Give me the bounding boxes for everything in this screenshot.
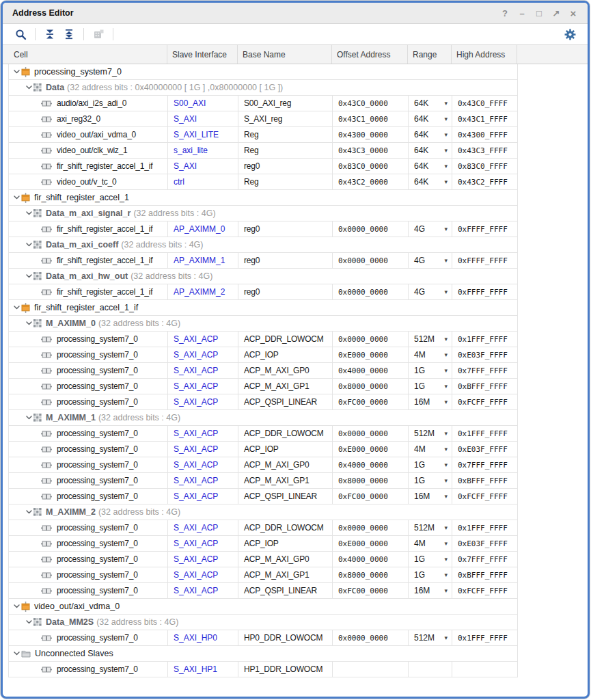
offset-address-cell[interactable]: 0x0000_0000 xyxy=(332,426,408,441)
chevron-down-icon[interactable] xyxy=(12,70,21,74)
high-address-cell[interactable]: 0x83C0_FFFF xyxy=(452,159,517,174)
address-space-row[interactable]: M_AXIMM_1 (32 address bits : 4G) xyxy=(9,410,517,426)
high-address-cell[interactable]: 0x43C3_FFFF xyxy=(452,143,517,158)
column-header-high-address[interactable]: High Address xyxy=(451,45,517,64)
range-cell[interactable]: 64K ▾ xyxy=(408,127,452,142)
range-cell[interactable]: 16M ▾ xyxy=(408,489,452,504)
range-dropdown-arrow[interactable]: ▾ xyxy=(444,336,448,342)
search-icon[interactable] xyxy=(12,26,29,42)
table-row[interactable]: processing_system7_0 S_AXI_ACP ACP_IOP 0… xyxy=(9,536,517,552)
table-row[interactable]: processing_system7_0 S_AXI_ACP ACP_M_AXI… xyxy=(9,379,517,394)
range-cell[interactable]: 64K ▾ xyxy=(408,174,452,189)
table-row[interactable]: video_out/axi_vdma_0 S_AXI_LITE Reg 0x43… xyxy=(9,127,517,143)
table-row[interactable]: fir_shift_register_accel_1_if AP_AXIMM_0… xyxy=(9,221,517,237)
address-space-row[interactable]: Data_m_axi_coeff (32 address bits : 4G) xyxy=(9,237,517,253)
range-cell[interactable]: 4G ▾ xyxy=(408,221,452,237)
range-dropdown-arrow[interactable]: ▾ xyxy=(444,367,448,374)
address-space-row[interactable]: M_AXIMM_0 (32 address bits : 4G) xyxy=(9,316,517,332)
chevron-down-icon[interactable] xyxy=(12,306,21,310)
tree-group-row[interactable]: fir_shift_register_accel_1 xyxy=(9,190,517,206)
range-cell[interactable]: 64K ▾ xyxy=(408,96,452,111)
offset-address-cell[interactable]: 0x8000_0000 xyxy=(332,567,408,582)
slave-interface-link[interactable]: S_AXI_ACP xyxy=(174,476,218,485)
slave-interface-link[interactable]: S_AXI_ACP xyxy=(174,429,218,438)
maximize-icon[interactable]: □ xyxy=(534,9,544,18)
range-dropdown-arrow[interactable]: ▾ xyxy=(444,571,448,578)
slave-interface-link[interactable]: S_AXI_ACP xyxy=(174,523,218,533)
range-cell[interactable]: 1G ▾ xyxy=(408,552,452,567)
table-row[interactable]: fir_shift_register_accel_1_if AP_AXIMM_1… xyxy=(9,253,517,269)
titlebar[interactable]: Address Editor ? – □ ↗ × xyxy=(3,3,588,24)
slave-interface-link[interactable]: S_AXI_ACP xyxy=(174,539,218,548)
table-row[interactable]: audio/axi_i2s_adi_0 S00_AXI S00_AXI_reg … xyxy=(9,96,517,111)
table-row[interactable]: fir_shift_register_accel_1_if S_AXI reg0… xyxy=(9,159,517,174)
range-dropdown-arrow[interactable]: ▾ xyxy=(444,383,448,390)
offset-address-cell[interactable]: 0x0000_0000 xyxy=(332,630,408,645)
offset-address-cell[interactable]: 0x0000_0000 xyxy=(332,221,408,237)
high-address-cell[interactable] xyxy=(452,662,517,677)
collapse-all-icon[interactable] xyxy=(42,26,58,42)
range-cell[interactable]: 4M ▾ xyxy=(408,347,452,362)
slave-interface-link[interactable]: ctrl xyxy=(174,177,184,187)
table-row[interactable]: processing_system7_0 S_AXI_ACP ACP_IOP 0… xyxy=(9,347,517,363)
table-row[interactable]: processing_system7_0 S_AXI_HP1 HP1_DDR_L… xyxy=(9,662,517,677)
table-row[interactable]: fir_shift_register_accel_1_if AP_AXIMM_2… xyxy=(9,284,517,300)
settings-gear-icon[interactable] xyxy=(562,26,578,42)
range-cell[interactable]: 512M ▾ xyxy=(408,332,452,347)
slave-interface-link[interactable]: S_AXI_ACP xyxy=(174,586,218,595)
high-address-cell[interactable]: 0x1FFF_FFFF xyxy=(452,426,517,441)
offset-address-cell[interactable]: 0x0000_0000 xyxy=(332,332,408,347)
range-dropdown-arrow[interactable]: ▾ xyxy=(444,257,448,264)
range-dropdown-arrow[interactable]: ▾ xyxy=(444,461,448,468)
offset-address-cell[interactable]: 0x43C0_0000 xyxy=(332,96,408,111)
range-dropdown-arrow[interactable]: ▾ xyxy=(444,178,448,185)
range-dropdown-arrow[interactable]: ▾ xyxy=(444,351,448,358)
column-header-cell[interactable]: Cell xyxy=(8,45,167,64)
chevron-down-icon[interactable] xyxy=(24,243,33,247)
slave-interface-link[interactable]: S_AXI_ACP xyxy=(174,350,218,360)
address-space-row[interactable]: Data (32 address bits : 0x40000000 [ 1G … xyxy=(9,80,517,96)
range-dropdown-arrow[interactable]: ▾ xyxy=(444,493,448,500)
table-row[interactable]: video_out/v_tc_0 ctrl Reg 0x43C2_0000 64… xyxy=(9,174,517,190)
high-address-cell[interactable]: 0xFCFF_FFFF xyxy=(452,394,517,409)
range-cell[interactable]: 16M ▾ xyxy=(408,394,452,409)
table-row[interactable]: processing_system7_0 S_AXI_ACP ACP_QSPI_… xyxy=(9,489,517,504)
high-address-cell[interactable]: 0x1FFF_FFFF xyxy=(452,630,517,645)
address-space-row[interactable]: Data_m_axi_hw_out (32 address bits : 4G) xyxy=(9,269,517,284)
tree-group-row[interactable]: processing_system7_0 xyxy=(9,64,517,80)
range-dropdown-arrow[interactable]: ▾ xyxy=(444,587,448,594)
range-cell[interactable]: 64K ▾ xyxy=(408,159,452,174)
range-cell[interactable]: 512M ▾ xyxy=(408,520,452,535)
table-row[interactable]: processing_system7_0 S_AXI_ACP ACP_IOP 0… xyxy=(9,442,517,457)
tree-group-row[interactable]: video_out/axi_vdma_0 xyxy=(9,599,517,615)
slave-interface-link[interactable]: S_AXI_ACP xyxy=(174,460,218,470)
range-cell[interactable]: 512M ▾ xyxy=(408,630,452,645)
offset-address-cell[interactable]: 0x4300_0000 xyxy=(332,127,408,142)
high-address-cell[interactable]: 0x43C1_FFFF xyxy=(452,111,517,126)
range-cell[interactable]: 1G ▾ xyxy=(408,567,452,582)
chevron-down-icon[interactable] xyxy=(24,274,33,278)
minimize-icon[interactable]: – xyxy=(517,9,527,18)
tree-group-row[interactable]: fir_shift_register_accel_1_if xyxy=(9,300,517,316)
high-address-cell[interactable]: 0xFCFF_FFFF xyxy=(452,583,517,598)
high-address-cell[interactable]: 0xE03F_FFFF xyxy=(452,442,517,457)
slave-interface-link[interactable]: S00_AXI xyxy=(174,98,206,108)
table-row[interactable]: processing_system7_0 S_AXI_ACP ACP_M_AXI… xyxy=(9,552,517,567)
range-dropdown-arrow[interactable]: ▾ xyxy=(444,288,448,295)
range-cell[interactable]: 1G ▾ xyxy=(408,457,452,472)
high-address-cell[interactable]: 0xE03F_FFFF xyxy=(452,347,517,362)
range-cell[interactable]: ▾ xyxy=(408,662,452,677)
chevron-down-icon[interactable] xyxy=(24,416,33,420)
chevron-down-icon[interactable] xyxy=(24,85,33,90)
offset-address-cell[interactable]: 0xFC00_0000 xyxy=(332,489,408,504)
range-dropdown-arrow[interactable]: ▾ xyxy=(444,634,448,641)
range-dropdown-arrow[interactable]: ▾ xyxy=(444,131,448,138)
range-dropdown-arrow[interactable]: ▾ xyxy=(444,524,448,531)
slave-interface-link[interactable]: s_axi_lite xyxy=(174,146,208,155)
slave-interface-link[interactable]: S_AXI_ACP xyxy=(174,554,218,564)
chevron-down-icon[interactable] xyxy=(12,196,21,200)
range-cell[interactable]: 1G ▾ xyxy=(408,363,452,378)
range-cell[interactable]: 1G ▾ xyxy=(408,379,452,394)
table-row[interactable]: processing_system7_0 S_AXI_ACP ACP_M_AXI… xyxy=(9,473,517,489)
high-address-cell[interactable]: 0x43C0_FFFF xyxy=(452,96,517,111)
